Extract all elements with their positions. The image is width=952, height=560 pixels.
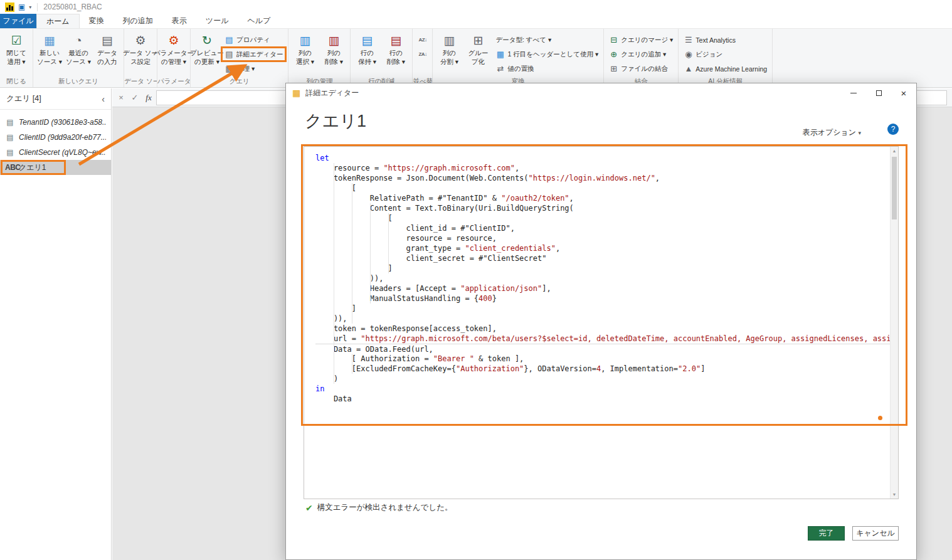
data-source-settings-button-label: データ ソース設定 [123, 49, 158, 66]
query-item-query1[interactable]: ABCクエリ1 [0, 160, 111, 175]
tab-view[interactable]: 表示 [162, 14, 196, 28]
use-first-row-as-headers-button[interactable]: ▦1 行目をヘッダーとして使用 ▾ [493, 48, 601, 61]
tab-file[interactable]: ファイル [0, 14, 36, 28]
query-item-clientid[interactable]: ▤ClientID (9dd9a20f-eb77... [0, 130, 111, 145]
display-options-dropdown[interactable]: 表示オプション ▾ [803, 127, 861, 138]
ribbon-button-stack: ▤プロパティ▤詳細エディター▦管理 ▾ [222, 31, 285, 75]
append-queries-icon: ⊕ [609, 50, 618, 59]
tab-transform[interactable]: 変換 [80, 14, 114, 28]
minimize-icon [850, 93, 857, 93]
cancel-button[interactable]: キャンセル [852, 526, 899, 541]
ribbon: ☑閉じて適用 ▾閉じる▦新しいソース ▾◔最近のソース ▾▤データの入力新しいク… [0, 29, 952, 88]
enter-data-button[interactable]: ▤データの入力 [93, 31, 121, 76]
tab-tools[interactable]: ツール [196, 14, 238, 28]
manage-icon: ▦ [225, 64, 234, 73]
help-icon[interactable]: ? [887, 124, 899, 135]
data-type-button[interactable]: データ型: すべて ▾ [493, 33, 601, 46]
editor-scrollbar[interactable]: ▲ ▼ [890, 147, 898, 499]
query-item-tenantid[interactable]: ▤TenantID (930618e3-a58... [0, 115, 111, 130]
keep-rows-button[interactable]: ▤行の保持 ▾ [353, 31, 381, 76]
code-line: Data [315, 394, 890, 404]
ribbon-group-content: ▥列の選択 ▾▥列の削除 ▾ [291, 31, 347, 77]
sort-ascending-button[interactable]: AZ↓ [415, 33, 430, 46]
code-editor[interactable]: let resource = "https://graph.microsoft.… [304, 146, 899, 499]
ribbon-button-stack: ☰Text Analytics◉ビジョン▲Azure Machine Learn… [681, 31, 770, 75]
code-line: [ [315, 183, 890, 193]
enter-data-icon: ▤ [102, 33, 113, 49]
refresh-preview-button[interactable]: ↻プレビューの更新 ▾ [193, 31, 221, 76]
combine-files-button-label: ファイルの結合 [621, 65, 668, 73]
properties-button[interactable]: ▤プロパティ [222, 33, 285, 46]
sort-asc-icon: AZ↓ [418, 37, 427, 43]
query-parameter-icon: ▤ [5, 148, 15, 157]
first-row-headers-icon: ▦ [495, 50, 505, 59]
scrollbar-thumb[interactable] [892, 157, 897, 219]
query-item-clientsecret[interactable]: ▤ClientSecret (qVL8Q~ew... [0, 145, 111, 160]
combine-files-button[interactable]: ⊞ファイルの結合 [606, 62, 675, 75]
refresh-preview-icon: ↻ [202, 33, 212, 49]
new-source-button[interactable]: ▦新しいソース ▾ [36, 31, 63, 76]
sort-descending-button[interactable]: ZA↓ [415, 48, 430, 61]
indent-guide [352, 354, 352, 374]
azure-ml-button[interactable]: ▲Azure Machine Learning [681, 62, 770, 75]
save-icon[interactable]: ▣ [18, 3, 25, 11]
minimize-button[interactable] [841, 83, 866, 102]
indent-guide [370, 203, 371, 304]
ribbon-group-content: ⚙データ ソース設定 [127, 31, 154, 77]
split-column-button-label: 列の分割 ▾ [440, 49, 458, 66]
ribbon-group-close: ☑閉じて適用 ▾閉じる [0, 29, 33, 87]
annotation-dot [878, 416, 882, 420]
scroll-down-icon[interactable]: ▼ [891, 492, 898, 497]
power-query-editor-window: ▣ ▾ 20250801_RBAC ファイル ホーム変換列の追加表示ツールヘルプ… [0, 0, 952, 560]
code-line: resource = resource, [315, 233, 890, 243]
group-by-button[interactable]: ⊞グループ化 [464, 31, 492, 76]
merge-queries-button[interactable]: ⊟クエリのマージ ▾ [606, 33, 675, 46]
window-title: 20250801_RBAC [43, 3, 102, 11]
split-column-button[interactable]: ▥列の分割 ▾ [435, 31, 463, 76]
manage-button[interactable]: ▦管理 ▾ [222, 62, 285, 75]
tab-add-column[interactable]: 列の追加 [114, 14, 162, 28]
done-button[interactable]: 完了 [808, 526, 845, 541]
tab-home[interactable]: ホーム [36, 14, 80, 28]
group-by-button-label: グループ化 [468, 49, 488, 66]
collapse-pane-icon[interactable]: ‹ [102, 94, 105, 104]
recent-sources-button-label: 最近のソース ▾ [66, 49, 91, 66]
text-analytics-button-label: Text Analytics [695, 36, 736, 44]
recent-sources-button[interactable]: ◔最近のソース ▾ [65, 31, 92, 76]
tab-help[interactable]: ヘルプ [238, 14, 280, 28]
quick-access-caret-icon[interactable]: ▾ [29, 4, 31, 10]
formula-cancel-icon[interactable]: × [115, 93, 127, 102]
data-type-button-label: データ型: すべて ▾ [495, 36, 551, 45]
ribbon-group-sort: AZ↓ZA↓並べ替え [413, 29, 433, 87]
properties-icon: ▤ [225, 35, 234, 45]
maximize-button[interactable] [866, 83, 891, 102]
ribbon-button-stack: AZ↓ZA↓ [415, 31, 430, 61]
append-queries-button[interactable]: ⊕クエリの追加 ▾ [606, 48, 675, 61]
ribbon-group-content: ⊟クエリのマージ ▾⊕クエリの追加 ▾⊞ファイルの結合 [606, 31, 675, 77]
manage-parameters-icon: ⚙ [168, 33, 179, 49]
code-line: RelativePath = #"TenantID" & "/oauth2/to… [315, 193, 890, 203]
remove-columns-button[interactable]: ▥列の削除 ▾ [320, 31, 347, 76]
choose-columns-button[interactable]: ▥列の選択 ▾ [291, 31, 319, 76]
manage-parameters-button[interactable]: ⚙パラメーターの管理 ▾ [160, 31, 188, 76]
enter-data-button-label: データの入力 [97, 49, 117, 66]
formula-accept-icon[interactable]: ✓ [129, 93, 141, 102]
close-button[interactable]: × [891, 83, 916, 102]
data-source-settings-button[interactable]: ⚙データ ソース設定 [127, 31, 154, 76]
scroll-up-icon[interactable]: ▲ [891, 149, 898, 153]
new-source-button-label: 新しいソース ▾ [37, 49, 62, 66]
close-and-apply-button[interactable]: ☑閉じて適用 ▾ [3, 31, 30, 76]
ribbon-button-stack: ⊟クエリのマージ ▾⊕クエリの追加 ▾⊞ファイルの結合 [606, 31, 675, 75]
replace-values-button[interactable]: ⇄値の置換 [493, 62, 601, 75]
advanced-editor-dialog: ▦ 詳細エディター × クエリ1 表示オプション ▾ ? let resourc… [285, 83, 917, 560]
properties-button-label: プロパティ [236, 36, 270, 45]
vision-button-label: ビジョン [695, 50, 722, 59]
vision-button[interactable]: ◉ビジョン [681, 48, 770, 61]
advanced-editor-button[interactable]: ▤詳細エディター [222, 48, 285, 61]
remove-rows-button[interactable]: ▤行の削除 ▾ [382, 31, 410, 76]
ribbon-group-query: ↻プレビューの更新 ▾▤プロパティ▤詳細エディター▦管理 ▾クエリ [191, 29, 288, 87]
text-analytics-button[interactable]: ☰Text Analytics [681, 33, 770, 46]
advanced-editor-button-label: 詳細エディター [236, 50, 283, 59]
remove-columns-button-label: 列の削除 ▾ [325, 49, 343, 66]
syntax-status: ✔ 構文エラーが検出されませんでした。 [305, 502, 452, 513]
